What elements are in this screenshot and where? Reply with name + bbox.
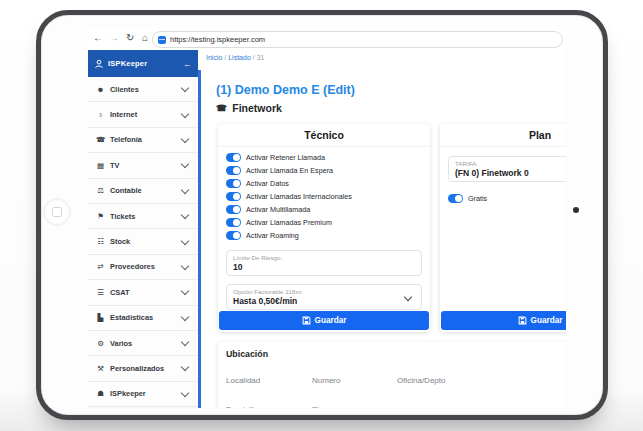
localidad-label: Localidad	[226, 376, 260, 385]
tablet-screen: ← → ↻ ⌂ https://testing.ispkeeper.com IS…	[88, 28, 566, 408]
chevron-down-icon	[181, 338, 189, 346]
sidebar-item-label: CSAT	[110, 288, 177, 297]
forward-icon[interactable]: →	[109, 32, 119, 44]
user-icon	[94, 59, 104, 69]
opcion-facturable-select[interactable]: Opción Facturable 118xx: Hasta 0,50€/min	[226, 284, 422, 310]
url-text[interactable]: https://testing.ispkeeper.com	[170, 35, 265, 44]
sidebar-item-label: Stock	[110, 237, 177, 246]
home-icon[interactable]: ⌂	[142, 32, 148, 44]
toggle-switch[interactable]	[226, 231, 241, 240]
sidebar-item-stock[interactable]: ☷ Stock	[88, 229, 198, 254]
sidebar-item-proveedores[interactable]: ⇄ Proveedores	[88, 255, 198, 280]
save-button-label: Guardar	[315, 316, 347, 325]
field-label: Opción Facturable 118xx:	[233, 288, 415, 295]
users-icon: ☻	[96, 85, 105, 94]
sidebar-item-csat[interactable]: ☰ CSAT	[88, 280, 198, 305]
tecnico-card-title: Técnico	[304, 129, 344, 141]
sidebar-item-ispkeeper[interactable]: ☗ ISPkeeper	[88, 382, 198, 407]
toggle-switch[interactable]	[226, 192, 241, 201]
tablet-home-button[interactable]	[43, 198, 71, 226]
chevron-down-icon	[181, 389, 189, 397]
tecnico-save-button[interactable]: Guardar	[219, 311, 429, 330]
chevron-down-icon	[181, 160, 189, 168]
chevron-down-icon	[181, 135, 189, 143]
chevron-down-icon	[181, 236, 189, 244]
sidebar-item-label: Telefonía	[110, 135, 177, 144]
plan-card-title: Plan	[529, 129, 551, 141]
main-content: Inicio / Listado / 31 (1) Demo Demo E (E…	[198, 50, 566, 408]
sidebar-collapse-icon[interactable]: ←	[183, 59, 192, 69]
sidebar-item-label: Tickets	[110, 212, 177, 221]
toggle-row-retener-llamada: Activar Retener Llamada	[218, 151, 430, 164]
gratis-toggle-row: Gratis	[440, 194, 566, 203]
sidebar-item-varios[interactable]: ⚙ Varios	[88, 331, 198, 356]
toggle-switch[interactable]	[226, 205, 241, 214]
sidebar-item-contable[interactable]: ⚖ Contable	[88, 179, 198, 204]
toggle-switch[interactable]	[448, 194, 463, 203]
limite-riesgo-input[interactable]: Límite De Riesgo: 10	[226, 250, 422, 276]
sidebar-item-label: Varios	[110, 339, 177, 348]
subtitle-text: Finetwork	[232, 102, 282, 114]
plan-card: Plan TARIFA: (FN 0) Finetwork 0 Gratis	[440, 124, 566, 332]
breadcrumb-home-link[interactable]: Inicio	[206, 54, 222, 61]
brand-name: ISPKeeper	[108, 59, 179, 68]
toggle-label: Activar Retener Llamada	[246, 153, 325, 162]
ubicacion-title: Ubicación	[226, 349, 268, 359]
field-label: Límite De Riesgo:	[233, 254, 415, 261]
sidebar-item-label: Proveedores	[110, 262, 177, 271]
browser-toolbar: ← → ↻ ⌂ https://testing.ispkeeper.com	[88, 28, 566, 51]
numero-label: Numero	[312, 376, 340, 385]
chart-icon: ▙	[96, 313, 105, 322]
plan-save-button[interactable]: Guardar	[441, 311, 566, 330]
sidebar-item-label: Contable	[110, 186, 177, 195]
back-icon[interactable]: ←	[93, 32, 103, 44]
phone-icon: ☎	[216, 103, 227, 113]
sidebar-item-tv[interactable]: ▦ TV	[88, 153, 198, 178]
address-bar[interactable]: https://testing.ispkeeper.com	[152, 31, 563, 48]
ubicacion-card: Ubicación Localidad Numero Oficina/Depto…	[218, 342, 566, 408]
screenshot-stage: ← → ↻ ⌂ https://testing.ispkeeper.com IS…	[0, 0, 643, 431]
accounting-icon: ⚖	[96, 186, 105, 195]
toggle-switch[interactable]	[226, 153, 241, 162]
toggle-label: Activar Llamadas Premium	[246, 218, 332, 227]
content-accent-line	[198, 70, 201, 408]
save-icon	[518, 316, 527, 325]
toggle-switch[interactable]	[226, 179, 241, 188]
breadcrumb-separator: /	[224, 54, 226, 61]
chevron-down-icon	[181, 287, 189, 295]
chevron-down-icon	[181, 363, 189, 371]
field-label: TARIFA:	[455, 160, 566, 167]
sidebar-item-tickets[interactable]: ⚑ Tickets	[88, 204, 198, 229]
sidebar-item-personalizados[interactable]: ⚒ Personalizados	[88, 356, 198, 381]
suppliers-icon: ⇄	[96, 262, 105, 271]
toggle-list: Activar Retener Llamada Activar Llamada …	[218, 147, 430, 242]
sidebar-item-clientes[interactable]: ☻ Clientes	[88, 77, 198, 102]
site-favicon-icon	[158, 36, 166, 44]
phone-icon: ☎	[96, 135, 105, 144]
breadcrumb-separator: /	[253, 54, 255, 61]
field-value: Hasta 0,50€/min	[233, 296, 415, 306]
sidebar-item-label: TV	[110, 161, 177, 170]
tarifa-select[interactable]: TARIFA: (FN 0) Finetwork 0	[448, 156, 566, 182]
tecnico-card: Técnico Activar Retener Llamada Activar …	[218, 124, 430, 332]
tv-icon: ▦	[96, 161, 105, 170]
page-subtitle: ☎ Finetwork	[216, 102, 282, 114]
sliders-icon: ⚒	[96, 364, 105, 373]
piso-label: Piso	[312, 405, 328, 408]
toggle-switch[interactable]	[226, 218, 241, 227]
gear-icon: ⚙	[96, 339, 105, 348]
sidebar-item-telefonia[interactable]: ☎ Telefonía	[88, 128, 198, 153]
toggle-row-multillamada: Activar Multillamada	[218, 203, 430, 216]
breadcrumb-list-link[interactable]: Listado	[228, 54, 251, 61]
refresh-icon[interactable]: ↻	[126, 32, 134, 44]
sidebar-item-estadisticas[interactable]: ▙ Estadísticas	[88, 306, 198, 331]
sidebar-header: ISPKeeper ←	[88, 50, 198, 77]
toggle-row-roaming: Activar Roaming	[218, 229, 430, 242]
toggle-switch[interactable]	[226, 166, 241, 175]
chevron-down-icon	[181, 186, 189, 194]
toggle-row-llamada-en-espera: Activar Llamada En Espera	[218, 164, 430, 177]
ticket-icon: ⚑	[96, 212, 105, 221]
sidebar-item-internet[interactable]: ♁ Internet	[88, 102, 198, 127]
toggle-label: Gratis	[468, 194, 487, 203]
tablet-camera	[573, 207, 579, 213]
